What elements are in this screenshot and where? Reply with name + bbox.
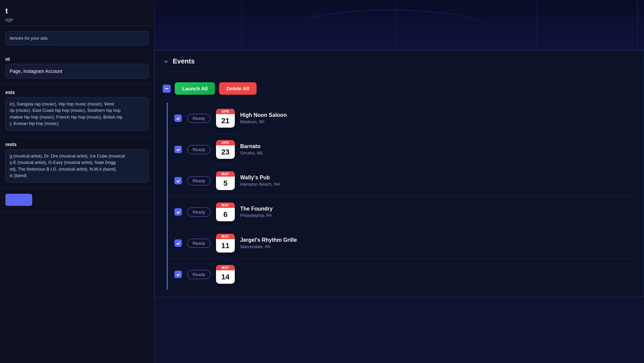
event-info-3: Wally's Pub Hampton Beach, NH [240,175,629,187]
bottom-action-button[interactable] [5,194,32,206]
right-panel: Events Launch All Delete All [154,0,644,363]
ready-badge-4[interactable]: Ready [187,208,211,217]
delete-all-button[interactable]: Delete All [219,82,257,95]
event-item: Ready MAY 6 The Foundry Philadelphia, PA [168,196,636,228]
event-list: Ready APR 21 High Noon Saloon Madison, W… [167,103,636,290]
calendar-icon-6: MAY 14 [216,265,235,284]
event-item: Ready MAY 14 [168,259,636,290]
grid-line-3 [537,0,537,50]
select-all-checkbox[interactable] [163,85,171,93]
ready-badge-1[interactable]: Ready [187,114,211,123]
calendar-icon-2: APR 23 [216,140,235,159]
calendar-icon-3: MAY 5 [216,171,235,190]
event-name-4: The Foundry [240,206,629,212]
event-name-2: Barnato [240,143,629,149]
cal-day-1: 21 [216,114,235,128]
cal-month-2: APR [216,140,235,145]
event-item: Ready APR 23 Barnato Omaha, NE [168,134,636,165]
audiences-text: liences for your ads. [5,31,149,45]
event-info-5: Jergel's Rhythm Grille Warrendale, PA [240,237,629,249]
interests-section: ests ic), Gangsta rap (music), Hip hop m… [0,84,154,136]
account-section: nt Page, Instagram Account [0,51,154,84]
event-info-6 [240,274,629,275]
cal-month-5: MAY [216,234,235,239]
event-location-3: Hampton Beach, NH [240,182,629,187]
calendar-icon-5: MAY 11 [216,234,235,253]
page-label: age [5,17,149,22]
cal-day-4: 6 [216,208,235,221]
event-checkbox-6[interactable] [174,271,182,278]
event-checkbox-3[interactable] [174,177,182,184]
event-checkbox-4[interactable] [174,208,182,216]
event-location-5: Warrendale, PA [240,244,629,249]
event-info-4: The Foundry Philadelphia, PA [240,206,629,218]
action-row: Launch All Delete All [163,82,636,95]
artist-interests-text: g (musical artist), Dr. Dre (musical art… [5,149,149,183]
cal-month-3: MAY [216,171,235,177]
events-title: Events [173,57,195,65]
event-location-2: Omaha, NE [240,150,629,155]
interests-text: ic), Gangsta rap (music), Hip hop music … [5,97,149,131]
ready-badge-2[interactable]: Ready [187,145,211,154]
events-header: Events [155,51,644,72]
events-section: Events Launch All Delete All [154,50,644,297]
event-item: Ready APR 21 High Noon Saloon Madison, W… [168,103,636,134]
ready-badge-6[interactable]: Ready [187,270,211,279]
calendar-icon-4: MAY 6 [216,202,235,221]
audiences-section: liences for your ads. [0,26,154,51]
grid-line-1 [241,0,242,50]
event-location-4: Philadelphia, PA [240,213,629,218]
event-name-3: Wally's Pub [240,175,629,181]
account-title: nt [5,56,149,62]
app-title: t [5,7,149,15]
event-location-1: Madison, WI [240,119,629,124]
event-item: Ready MAY 5 Wally's Pub Hampton Beach, N… [168,165,636,196]
event-info-1: High Noon Saloon Madison, WI [240,112,629,124]
event-name-5: Jergel's Rhythm Grille [240,237,629,243]
cal-day-5: 11 [216,239,235,253]
bottom-button-area [0,188,154,212]
ready-badge-3[interactable]: Ready [187,176,211,185]
grid-line-4 [637,0,638,50]
cal-day-3: 5 [216,177,235,190]
cal-month-1: APR [216,109,235,114]
cal-month-4: MAY [216,202,235,208]
left-header: t age [0,0,154,26]
left-panel: t age liences for your ads. nt Page, Ins… [0,0,154,363]
event-checkbox-5[interactable] [174,239,182,247]
event-checkbox-2[interactable] [174,146,182,153]
account-value: Page, Instagram Account [5,64,149,79]
launch-all-button[interactable]: Launch All [175,82,215,95]
event-checkbox-1[interactable] [174,115,182,122]
event-name-1: High Noon Saloon [240,112,629,118]
event-item: Ready MAY 11 Jergel's Rhythm Grille Warr… [168,228,636,259]
artist-interests-title: rests [5,142,149,147]
cal-month-6: MAY [216,265,235,270]
top-bar [154,0,644,50]
cal-day-2: 23 [216,145,235,159]
collapse-chevron-icon[interactable] [163,58,169,65]
decorative-curve [288,10,490,50]
ready-badge-5[interactable]: Ready [187,239,211,248]
event-info-2: Barnato Omaha, NE [240,143,629,155]
cal-day-6: 14 [216,270,235,284]
artist-interests-section: rests g (musical artist), Dr. Dre (music… [0,136,154,188]
calendar-icon-1: APR 21 [216,109,235,128]
interests-title: ests [5,90,149,95]
events-content: Launch All Delete All Ready APR 21 High … [155,72,644,297]
